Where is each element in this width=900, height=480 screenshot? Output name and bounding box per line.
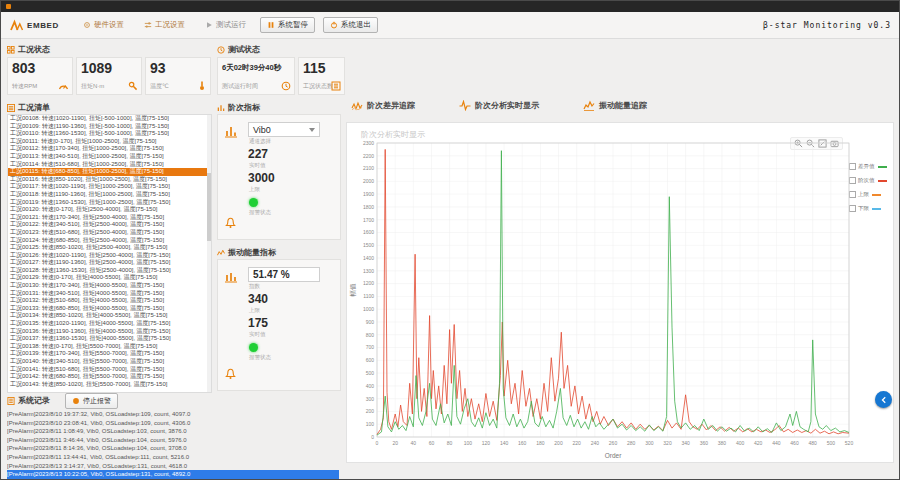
condition-list-item[interactable]: 工况00124: 转速[680-850], 扭矩[2500-4000], 温度[… — [8, 237, 211, 245]
order-analysis-chart[interactable]: 0204060801001201401601802002202402602803… — [347, 131, 895, 463]
scrollbar-thumb[interactable] — [207, 173, 211, 241]
svg-text:800: 800 — [366, 332, 375, 338]
bar-chart-icon — [224, 270, 238, 283]
svg-text:2100: 2100 — [363, 165, 374, 171]
svg-text:420: 420 — [754, 440, 763, 446]
bell-icon — [224, 216, 237, 229]
condition-list-item[interactable]: 工况00125: 转速[850-1020], 扭矩[2500-4000], 温度… — [8, 244, 211, 252]
log-entry[interactable]: [PreAlarm]2023/8/10 23:08:41, Vib0, OSLo… — [7, 419, 339, 428]
condition-list-item[interactable]: 工况00134: 转速[850-1020], 扭矩[4000-5500], 温度… — [8, 312, 211, 320]
condition-list-item[interactable]: 工况00140: 转速[340-510], 扭矩[5500-7000], 温度[… — [8, 358, 211, 366]
channel-select[interactable]: Vib0 — [248, 122, 320, 137]
condition-number-label: 工况状态数 — [303, 82, 333, 91]
tab-order-analysis-realtime[interactable]: 阶次分析实时显示 — [459, 100, 539, 111]
condition-list-item[interactable]: 工况00115: 转速[680-850], 扭矩[1000-2500], 温度[… — [8, 168, 211, 176]
test-run-button[interactable]: 测试运行 — [199, 18, 252, 32]
svg-text:100: 100 — [366, 421, 375, 427]
svg-text:1900: 1900 — [363, 191, 374, 197]
condition-list[interactable]: 工况00108: 转速[1020-1190], 扭矩[-500-1000], 温… — [7, 114, 212, 393]
svg-text:900: 900 — [366, 319, 375, 325]
log-entry[interactable]: [PreAlarm]2023/8/11 8:14:36, Vib0, OSLoa… — [7, 444, 339, 453]
svg-text:280: 280 — [627, 440, 636, 446]
app-window: EMBED 硬件设置 工况设置 测试运行 系统暂停 系统退出 β-star Mo… — [0, 0, 900, 480]
rpm-card: 803 转速RPM — [7, 57, 73, 95]
channel-select-label: 通道选择 — [249, 138, 340, 145]
condition-settings-button[interactable]: 工况设置 — [138, 18, 191, 32]
condition-list-item[interactable]: 工况00112: 转速[170-340], 扭矩[1000-2500], 温度[… — [8, 145, 211, 153]
energy-indicator-card: 51.47 % 指数 340 上限 175 实时值 报警状态 — [217, 259, 341, 391]
condition-list-item[interactable]: 工况00129: 转速[0-170], 扭矩[4000-5500], 温度[75… — [8, 274, 211, 282]
hardware-settings-button[interactable]: 硬件设置 — [77, 18, 130, 32]
chevron-left-icon — [879, 395, 889, 405]
log-entry[interactable]: [PreAlarm]2023/8/11 1:08:49, Vib0, OSLoa… — [7, 427, 339, 436]
order-indicator-icon — [217, 104, 225, 112]
svg-text:520: 520 — [845, 440, 854, 446]
condition-list-item[interactable]: 工况00120: 转速[0-170], 扭矩[2500-4000], 温度[75… — [8, 206, 211, 214]
system-pause-button[interactable]: 系统暂停 — [260, 17, 315, 33]
svg-text:1100: 1100 — [363, 293, 374, 299]
tab-order-diff-tracking[interactable]: 阶次差异追踪 — [351, 100, 415, 111]
svg-text:1600: 1600 — [363, 229, 374, 235]
condition-list-item[interactable]: 工况00123: 转速[510-680], 扭矩[2500-4000], 温度[… — [8, 229, 211, 237]
condition-number-card: 115 工况状态数 — [298, 57, 345, 95]
condition-list-item[interactable]: 工况00108: 转速[1020-1190], 扭矩[-500-1000], 温… — [8, 115, 211, 123]
condition-list-item[interactable]: 工况00139: 转速[170-340], 扭矩[5500-7000], 温度[… — [8, 350, 211, 358]
panel-toggle-button[interactable] — [875, 391, 892, 408]
condition-list-item[interactable]: 工况00135: 转速[1020-1190], 扭矩[4000-5500], 温… — [8, 320, 211, 328]
energy-limit-value: 340 — [248, 293, 340, 306]
condition-list-item[interactable]: 工况00143: 转速[850-1020], 扭矩[5500-7000], 温度… — [8, 381, 211, 389]
wrench-icon — [128, 81, 138, 91]
log-entry[interactable]: [PreAlarm]2023/8/11 3:46:44, Vib0, OSLoa… — [7, 436, 339, 445]
main-toolbar: EMBED 硬件设置 工况设置 测试运行 系统暂停 系统退出 β-star Mo… — [1, 12, 899, 39]
log-entry[interactable]: [PreAlarm]2023/8/11 13:44:41, Vib0, OSLo… — [7, 453, 339, 462]
svg-text:2300: 2300 — [363, 140, 374, 146]
svg-text:500: 500 — [366, 370, 375, 376]
temperature-value: 93 — [150, 60, 206, 76]
stop-alarm-button[interactable]: 停止报警 — [65, 393, 118, 409]
svg-text:幅值: 幅值 — [349, 283, 357, 297]
embed-logo-icon — [9, 19, 24, 32]
temperature-label: 温度℃ — [150, 82, 169, 91]
app-logo-text: EMBED — [27, 21, 59, 30]
condition-list-item[interactable]: 工况00142: 转速[680-850], 扭矩[5500-7000], 温度[… — [8, 373, 211, 381]
energy-indicator-icon — [217, 249, 225, 257]
svg-text:320: 320 — [663, 440, 672, 446]
bell-icon — [224, 367, 237, 380]
tab-energy-tracking[interactable]: 振动能量追踪 — [583, 100, 647, 111]
svg-text:100: 100 — [464, 440, 473, 446]
svg-text:340: 340 — [681, 440, 690, 446]
svg-text:0: 0 — [371, 434, 374, 440]
clock-icon — [281, 81, 291, 91]
window-titlebar[interactable] — [1, 1, 899, 12]
condition-list-item[interactable]: 工况00119: 转速[1360-1530], 扭矩[1000-2500], 温… — [8, 199, 211, 207]
condition-list-item[interactable]: 工况00122: 转速[340-510], 扭矩[2500-4000], 温度[… — [8, 221, 211, 229]
condition-list-item[interactable]: 工况00130: 转速[170-340], 扭矩[4000-5500], 温度[… — [8, 282, 211, 290]
condition-list-item[interactable]: 工况00110: 转速[1360-1530], 扭矩[-500-1000], 温… — [8, 130, 211, 138]
svg-text:240: 240 — [591, 440, 600, 446]
svg-text:260: 260 — [609, 440, 618, 446]
log-entry[interactable]: [PreAlarm]2023/8/13 3:14:37, Vib0, OSLoa… — [7, 462, 339, 471]
bar-chart-icon — [224, 125, 238, 138]
system-exit-button[interactable]: 系统退出 — [323, 17, 378, 33]
system-log-icon — [7, 397, 15, 405]
condition-list-item[interactable]: 工况00113: 转速[340-510], 扭矩[1000-2500], 温度[… — [8, 153, 211, 161]
diff-tracking-icon — [351, 100, 363, 111]
svg-text:220: 220 — [573, 440, 582, 446]
test-status-header: 测试状态 — [217, 44, 260, 55]
condition-list-item[interactable]: 工况00132: 转速[510-680], 扭矩[4000-5500], 温度[… — [8, 297, 211, 305]
torque-card: 1089 扭矩N·m — [76, 57, 142, 95]
svg-text:400: 400 — [366, 383, 375, 389]
condition-list-item[interactable]: 工况00127: 转速[1190-1360], 扭矩[2500-4000], 温… — [8, 259, 211, 267]
condition-list-scrollbar[interactable] — [207, 115, 211, 392]
log-entry[interactable]: [PreAlarm]2023/8/10 19:37:32, Vib0, OSLo… — [7, 410, 339, 419]
log-entry[interactable]: [PreAlarm]2023/8/13 10:22:05, Vib0, OSLo… — [7, 470, 339, 479]
condition-list-item[interactable]: 工况00118: 转速[1190-1360], 扭矩[1000-2500], 温… — [8, 191, 211, 199]
titlebar-logo-icon — [6, 4, 11, 9]
sliders-icon — [144, 21, 152, 29]
condition-list-item[interactable]: 工况00117: 转速[1020-1190], 扭矩[1000-2500], 温… — [8, 183, 211, 191]
svg-text:0: 0 — [376, 440, 379, 446]
torque-label: 扭矩N·m — [81, 82, 104, 91]
svg-text:1200: 1200 — [363, 280, 374, 286]
system-log-list[interactable]: [PreAlarm]2023/8/10 19:37:32, Vib0, OSLo… — [7, 410, 339, 479]
condition-list-item[interactable]: 工况00137: 转速[1360-1530], 扭矩[4000-5500], 温… — [8, 335, 211, 343]
